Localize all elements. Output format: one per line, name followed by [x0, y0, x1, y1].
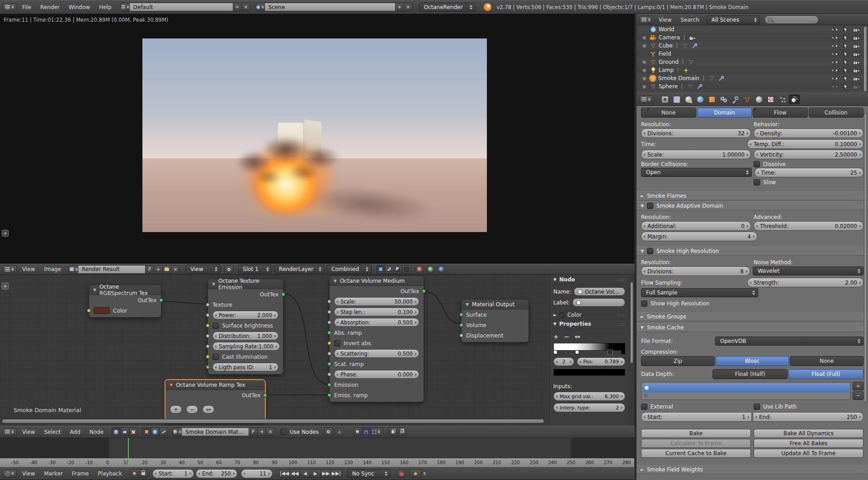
- light-pass-id-slider[interactable]: Ligth pass ID:1: [212, 363, 278, 371]
- expand-icon[interactable]: ⊕: [641, 76, 647, 81]
- outliner-item-label[interactable]: Camera: [659, 34, 680, 41]
- high-resolution-checkbox[interactable]: ✓: [647, 248, 653, 254]
- panel-drag-dots[interactable]: ::::: [856, 325, 864, 330]
- use-lib-path-toggle[interactable]: ✓Use Lib Path: [754, 404, 863, 410]
- tab-physics[interactable]: [789, 95, 800, 104]
- panel-header-properties[interactable]: ▼Properties::::: [553, 319, 625, 329]
- collapse-icon[interactable]: ▼: [466, 302, 469, 307]
- selectable-cursor-icon[interactable]: [840, 67, 851, 73]
- scattering-slider[interactable]: Scattering:0.500: [334, 349, 419, 358]
- node-menu-view[interactable]: View: [19, 429, 38, 435]
- show-high-resolution-toggle[interactable]: ✓Show High Resolution: [641, 300, 751, 307]
- cache-end-slider[interactable]: End:250: [753, 412, 863, 422]
- ramp-add-button[interactable]: +: [170, 405, 182, 413]
- smoke-type-domain[interactable]: Domain: [697, 108, 752, 118]
- cache-list-item-selected[interactable]: [642, 383, 849, 392]
- material-name-field[interactable]: Smoke Domain Mat...: [181, 428, 249, 436]
- material-browse-button[interactable]: [173, 428, 182, 436]
- smoke-cache-panel-header[interactable]: ▼ Smoke Cache ::::: [637, 323, 868, 332]
- image-editor-viewport[interactable]: Frame:11 | Time:01:22.36 | Mem:20.89M (0…: [0, 14, 635, 264]
- external-toggle[interactable]: ✓External: [641, 404, 751, 410]
- snap-toggle-button[interactable]: [362, 428, 371, 436]
- panel-drag-dots[interactable]: ::::: [618, 322, 625, 327]
- tab-modifiers[interactable]: [730, 95, 741, 104]
- expand-icon[interactable]: ⊕: [641, 35, 647, 40]
- max-grid-slider[interactable]: Max grid val.:6.300: [553, 392, 625, 401]
- go-parent-tree-button[interactable]: [335, 428, 344, 436]
- high-resolution-panel-header[interactable]: ▼ ✓ Smoke High Resolution ::::: [637, 247, 868, 256]
- input-socket[interactable]: [459, 333, 463, 337]
- expand-icon[interactable]: ⊕: [641, 43, 647, 48]
- smoke-groups-panel-header[interactable]: ► Smoke Groups ::::: [637, 312, 868, 321]
- ramp-stop-handle-selected[interactable]: [608, 350, 612, 354]
- selectable-cursor-icon[interactable]: [840, 51, 851, 57]
- frame-start-field[interactable]: Start:1: [152, 469, 194, 478]
- display-alpha-button[interactable]: [393, 265, 402, 274]
- output-socket[interactable]: [422, 289, 426, 293]
- input-socket[interactable]: [87, 309, 91, 313]
- frame-end-field[interactable]: End:250: [196, 469, 237, 478]
- hide-eye-icon[interactable]: [829, 35, 840, 40]
- input-socket[interactable]: [327, 352, 331, 356]
- smoke-type-flow[interactable]: Flow: [753, 108, 808, 118]
- outliner-item-label[interactable]: Field: [659, 51, 671, 57]
- free-all-bakes-button[interactable]: Free All Bakes: [754, 439, 863, 448]
- unlink-image-button[interactable]: ×: [171, 265, 180, 274]
- node-label-field[interactable]: [572, 298, 625, 307]
- fake-user-button[interactable]: F: [145, 265, 154, 274]
- image-mode-select[interactable]: View: [185, 265, 221, 274]
- collapse-icon[interactable]: ▼: [212, 282, 215, 286]
- node-volume-ramp[interactable]: ▼Octane Volume Ramp Tex OutTex + − ↔: [165, 380, 265, 423]
- cache-add-button[interactable]: +: [853, 382, 863, 390]
- channel-blue-button[interactable]: [437, 265, 446, 274]
- tab-texture[interactable]: [765, 95, 776, 104]
- slot-select[interactable]: Slot 1: [238, 265, 272, 274]
- step-length-slider[interactable]: Step len.:0.100: [334, 308, 419, 316]
- density-slider[interactable]: Density:-0.00100: [754, 128, 863, 138]
- hide-eye-icon[interactable]: [829, 76, 840, 81]
- render-pass-select[interactable]: Combined: [326, 265, 372, 274]
- panel-drag-dots[interactable]: ::::: [856, 467, 864, 472]
- vorticity-slider[interactable]: Vorticity:2.50000: [754, 150, 863, 159]
- screen-layout-name[interactable]: Default: [129, 3, 233, 11]
- outliner-item-label[interactable]: Sphere: [659, 83, 678, 90]
- ramp-gradient-bar[interactable]: [553, 343, 625, 351]
- input-socket[interactable]: [327, 393, 331, 397]
- ramp-stop-handle[interactable]: [553, 350, 557, 354]
- node-pin-button[interactable]: [324, 428, 333, 436]
- outliner-item-label[interactable]: Smoke Domain: [658, 75, 699, 81]
- smoke-flames-panel-header[interactable]: ► Smoke Flames ::::: [637, 191, 868, 200]
- dissolve-toggle[interactable]: ✓Dissolve: [754, 161, 863, 167]
- field-weights-panel-header[interactable]: ► Smoke Field Weights ::::: [637, 465, 868, 474]
- input-socket[interactable]: [206, 344, 210, 348]
- node-color-swatch[interactable]: [559, 312, 565, 318]
- selectable-cursor-icon[interactable]: [840, 59, 851, 65]
- input-socket[interactable]: [206, 334, 210, 338]
- timeline-ruler[interactable]: -50-40-30-20-100102030405060708090100110…: [0, 458, 635, 467]
- absorption-slider[interactable]: Absorption:0.500: [334, 318, 419, 327]
- collapse-icon[interactable]: ▼: [170, 383, 173, 387]
- play-reverse-button[interactable]: ◀: [300, 469, 311, 478]
- highres-divisions-slider[interactable]: Divisions:8: [641, 266, 750, 276]
- node-hscrollbar[interactable]: [2, 419, 544, 423]
- timeline-area[interactable]: -50-40-30-20-100102030405060708090100110…: [0, 438, 635, 467]
- sync-mode-select[interactable]: No Sync: [347, 469, 391, 478]
- node-editor-selector[interactable]: [2, 428, 17, 436]
- outliner-menu-view[interactable]: View: [655, 17, 675, 23]
- outliner-scope-select[interactable]: All Scenes: [707, 15, 760, 24]
- properties-editor-selector[interactable]: [639, 95, 653, 104]
- expand-icon[interactable]: ⊕: [641, 60, 647, 65]
- collapse-icon[interactable]: ▼: [93, 288, 96, 292]
- ramp-stop-index[interactable]: 2: [553, 357, 574, 366]
- ramp-stop-color-swatch[interactable]: [553, 369, 625, 376]
- render-restrict-icon[interactable]: [851, 27, 862, 32]
- screen-layout-icon-button[interactable]: [121, 3, 130, 11]
- outliner-menu-search[interactable]: Search: [677, 17, 703, 23]
- open-panel-plus-icon[interactable]: +: [2, 283, 9, 290]
- data-depth-half[interactable]: Float (Half): [712, 369, 788, 379]
- properties-scrollbar[interactable]: [864, 113, 867, 403]
- world-shader-button[interactable]: [151, 428, 160, 436]
- use-preview-range-button[interactable]: [130, 469, 139, 478]
- node-menu-node[interactable]: Node: [86, 429, 107, 435]
- invert-abs-checkbox[interactable]: ✓: [334, 340, 340, 347]
